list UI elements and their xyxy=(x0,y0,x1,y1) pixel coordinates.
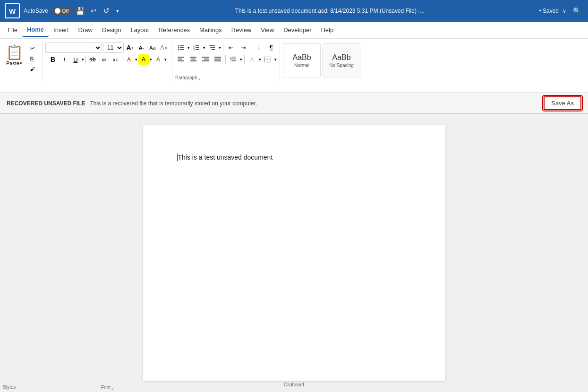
change-case-button[interactable]: Aa xyxy=(147,43,158,53)
font-size-select[interactable]: 11121416 xyxy=(103,43,124,53)
menu-bar: File Home Insert Draw Design Layout Refe… xyxy=(0,22,588,39)
multilevel-button[interactable] xyxy=(206,43,218,53)
autosave-state: Off xyxy=(62,8,68,14)
svg-rect-22 xyxy=(191,59,196,60)
subscript-button[interactable]: x2 xyxy=(99,54,109,65)
svg-rect-26 xyxy=(202,60,209,61)
bold-button[interactable]: B xyxy=(48,54,58,65)
menu-insert[interactable]: Insert xyxy=(49,24,74,36)
increase-indent-button[interactable]: ⇥ xyxy=(238,43,249,53)
border-dropdown[interactable]: ▾ xyxy=(164,57,167,62)
underline-dropdown[interactable]: ▾ xyxy=(82,57,84,62)
svg-point-4 xyxy=(178,49,179,51)
justify-button[interactable] xyxy=(212,54,223,65)
menu-view[interactable]: View xyxy=(256,24,279,36)
undo-button[interactable]: ↩ xyxy=(89,6,99,16)
numbering-dropdown[interactable]: ▾ xyxy=(203,45,205,50)
superscript-button[interactable]: x2 xyxy=(110,54,120,65)
sort-button[interactable]: ↕ xyxy=(253,43,264,53)
numbering-button[interactable]: 1.2.3. xyxy=(191,43,202,53)
save-icon[interactable]: 💾 xyxy=(76,7,85,16)
menu-draw[interactable]: Draw xyxy=(74,24,97,36)
italic-button[interactable]: I xyxy=(59,54,69,65)
border-button[interactable] xyxy=(262,54,273,65)
cut-button[interactable]: ✂ xyxy=(26,43,38,53)
saved-label: • Saved xyxy=(539,8,559,14)
menu-layout[interactable]: Layout xyxy=(126,24,153,36)
menu-design[interactable]: Design xyxy=(97,24,126,36)
shading-button[interactable]: A xyxy=(247,54,258,65)
decrease-indent-button[interactable]: ⇤ xyxy=(225,43,237,53)
svg-rect-30 xyxy=(231,57,236,58)
para-launcher[interactable]: ⌟ xyxy=(198,76,200,80)
font-size-wrapper: 11121416 xyxy=(103,43,124,53)
font-color-dropdown[interactable]: ▾ xyxy=(135,57,137,62)
border-color-button[interactable]: A xyxy=(153,54,163,65)
save-as-button[interactable]: Save As xyxy=(544,96,581,110)
highlight-button[interactable]: A xyxy=(138,54,149,65)
paste-dropdown[interactable]: ▾ xyxy=(20,61,22,66)
font-group: 11121416 A+ A- Aa A✕ B I U ▾ ab x2 x2 A … xyxy=(43,41,172,82)
style-normal-label: Normal xyxy=(294,63,309,68)
font-name-select[interactable] xyxy=(45,43,102,53)
ribbon: 📋 Paste ▾ ✂ ⎘ 🖌 Clipboard 11121416 xyxy=(0,39,588,93)
paragraph-group: ▾ 1.2.3. ▾ ▾ ⇤ ⇥ ↕ ¶ xyxy=(172,41,280,82)
style-no-spacing[interactable]: AaBb No Spacing xyxy=(323,43,360,77)
shading-dropdown[interactable]: ▾ xyxy=(259,57,261,62)
style-normal-preview: AaBb xyxy=(292,53,311,62)
doc-content[interactable]: ​This is a test unsaved document xyxy=(177,153,411,161)
bullets-button[interactable] xyxy=(175,43,187,53)
menu-mailings[interactable]: Mailings xyxy=(195,24,227,36)
quick-access-dropdown[interactable]: ▾ xyxy=(114,7,121,15)
svg-point-0 xyxy=(178,45,179,47)
line-spacing-dropdown[interactable]: ▾ xyxy=(240,57,242,62)
font-label-row: Font ⌟ xyxy=(101,385,113,390)
font-launcher[interactable]: ⌟ xyxy=(111,385,113,390)
border-button-dropdown[interactable]: ▾ xyxy=(274,57,277,62)
notification-bold: RECOVERED UNSAVED FILE xyxy=(7,100,85,107)
font-grow-button[interactable]: A+ xyxy=(125,43,135,53)
align-right-button[interactable] xyxy=(200,54,211,65)
multilevel-dropdown[interactable]: ▾ xyxy=(219,45,221,50)
align-left-button[interactable] xyxy=(175,54,187,65)
copy-button[interactable]: ⎘ xyxy=(26,54,38,63)
toggle-dot xyxy=(55,8,60,14)
svg-point-14 xyxy=(210,47,211,48)
svg-rect-23 xyxy=(190,60,196,61)
search-button[interactable]: 🔍 xyxy=(570,4,583,17)
align-center-button[interactable] xyxy=(187,54,199,65)
highlight-dropdown[interactable]: ▾ xyxy=(150,57,152,62)
menu-home[interactable]: Home xyxy=(22,23,49,37)
svg-rect-20 xyxy=(178,60,184,61)
para-divider3 xyxy=(225,55,226,64)
title-right: • Saved ∨ 🔍 xyxy=(539,4,583,17)
underline-button[interactable]: U xyxy=(70,54,81,65)
menu-file[interactable]: File xyxy=(3,24,22,36)
menu-review[interactable]: Review xyxy=(227,24,256,36)
bullets-dropdown[interactable]: ▾ xyxy=(187,45,190,50)
svg-rect-24 xyxy=(202,57,209,58)
autosave-label: AutoSave xyxy=(24,8,48,14)
pilcrow-button[interactable]: ¶ xyxy=(265,43,277,53)
menu-help[interactable]: Help xyxy=(316,24,338,36)
svg-point-12 xyxy=(209,45,210,46)
paste-section: 📋 Paste ▾ xyxy=(3,42,26,68)
styles-group: AaBb Normal AaBb No Spacing Styles xyxy=(280,41,588,82)
clear-formatting-button[interactable]: A✕ xyxy=(159,43,169,53)
para-divider2 xyxy=(251,43,251,52)
line-spacing-button[interactable] xyxy=(228,54,239,65)
style-normal[interactable]: AaBb Normal xyxy=(283,43,321,77)
style-nospace-label: No Spacing xyxy=(329,63,354,68)
redo-button[interactable]: ↺ xyxy=(102,6,111,16)
font-color-button[interactable]: A xyxy=(124,54,134,65)
svg-rect-32 xyxy=(231,60,236,61)
paste-button[interactable]: 📋 Paste ▾ xyxy=(3,42,26,68)
menu-developer[interactable]: Developer xyxy=(279,24,316,36)
saved-dropdown[interactable]: ∨ xyxy=(562,8,566,14)
autosave-toggle[interactable]: Off xyxy=(52,7,71,15)
strikethrough-button[interactable]: ab xyxy=(87,54,98,65)
menu-references[interactable]: References xyxy=(153,24,194,36)
format-painter-button[interactable]: 🖌 xyxy=(26,64,38,74)
para-divider1 xyxy=(223,43,223,52)
font-shrink-button[interactable]: A- xyxy=(136,43,146,53)
